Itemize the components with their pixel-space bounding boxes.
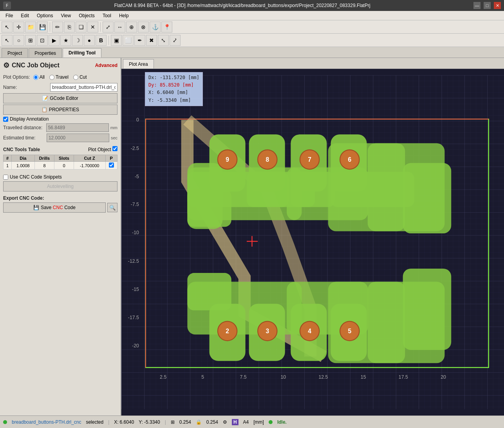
menu-tool[interactable]: Tool <box>99 12 115 19</box>
toolbar-new[interactable]: ✛ <box>13 22 24 33</box>
maximize-button[interactable]: □ <box>484 2 491 9</box>
properties-button[interactable]: 📋 PROPERTIES <box>3 105 117 115</box>
autolevelling-button[interactable]: Autolevelling <box>3 181 117 191</box>
radio-cut-input[interactable] <box>73 75 78 80</box>
cell-cutz[interactable]: -1.700000 <box>74 162 105 170</box>
tools-table-label: CNC Tools Table <box>3 147 40 152</box>
toolbar2-B[interactable]: B <box>96 35 107 46</box>
left-panel: ⚙ CNC Job Object Advanced Plot Options: … <box>0 58 121 415</box>
toolbar-circle-cross[interactable]: ⊗ <box>138 22 149 33</box>
tab-drilling-tool[interactable]: Drilling Tool <box>63 48 101 58</box>
plot-options-row: Plot Options: All Travel Cut <box>3 73 117 81</box>
toolbar-save[interactable]: 💾 <box>37 22 48 33</box>
export-row: 💾 Save CNC Code 🔍 <box>3 202 117 213</box>
toolbar-location[interactable]: 📍 <box>161 22 172 33</box>
toolbar2-dot[interactable]: ● <box>84 35 95 46</box>
plot-area-canvas[interactable]: Dx: -131.5720 [mm] Dy: 85.8520 [mm] X: 6… <box>121 69 504 415</box>
display-annotation-label: Display Annotation <box>10 116 49 122</box>
y-value: -5.3340 [mm] <box>157 98 191 103</box>
svg-rect-46 <box>187 273 231 310</box>
export-label: Export CNC Code: <box>3 195 117 201</box>
plot-area-label: Plot Area <box>129 61 148 67</box>
svg-text:0: 0 <box>136 117 139 123</box>
radio-cut[interactable]: Cut <box>73 74 87 80</box>
gcode-editor-button[interactable]: 📝 GCode Editor <box>3 93 117 103</box>
menu-help[interactable]: Help <box>115 12 133 19</box>
gcode-editor-label: GCode Editor <box>50 96 78 101</box>
toolbar-delete[interactable]: ✕ <box>87 22 98 33</box>
toolbar-expand[interactable]: ⤢ <box>103 22 114 33</box>
name-input[interactable]: breadboard_buttons-PTH.drl_cnc <box>50 83 117 92</box>
cell-p[interactable] <box>105 162 117 170</box>
selected-file[interactable]: breadboard_buttons-PTH.drl_cnc <box>12 419 81 425</box>
tab-properties[interactable]: Properties <box>29 48 62 58</box>
toolbar2-moon[interactable]: ☽ <box>72 35 83 46</box>
plot-svg[interactable]: 0 -2.5 -5 -7.5 -10 -12.5 -15 -17.5 -20 2… <box>121 69 504 415</box>
toolbar-crosshair[interactable]: ⊕ <box>126 22 137 33</box>
save-label: Save CNC Code <box>41 205 76 210</box>
plot-options-label: Plot Options: <box>3 74 30 80</box>
plot-area-tab[interactable]: Plot Area <box>123 59 154 69</box>
spacer1 <box>3 170 117 173</box>
toolbar2-pen[interactable]: ✒ <box>134 35 145 46</box>
menu-objects[interactable]: Objects <box>75 12 99 19</box>
radio-all-input[interactable] <box>33 75 38 80</box>
plot-object-checkbox[interactable] <box>112 146 117 151</box>
estimated-input[interactable]: 12.0000 <box>47 134 109 142</box>
cell-dia[interactable]: 1.0008 <box>11 162 34 170</box>
toolbar-ruler[interactable]: ↔ <box>114 22 125 33</box>
toolbar2-scale[interactable]: ⤦ <box>170 35 181 46</box>
main-content: ⚙ CNC Job Object Advanced Plot Options: … <box>0 58 504 415</box>
properties-icon: 📋 <box>42 107 47 112</box>
row-p-checkbox[interactable] <box>109 163 114 168</box>
toolbar2-photo[interactable]: ⬜ <box>123 35 134 46</box>
advanced-button[interactable]: Advanced <box>95 63 117 68</box>
minimize-button[interactable]: — <box>473 2 481 9</box>
radio-travel-input[interactable] <box>49 75 54 80</box>
display-annotation-checkbox[interactable] <box>3 117 8 122</box>
toolbar2-arrow-right[interactable]: ▶ <box>49 35 60 46</box>
toolbar2-grid[interactable]: ⊞ <box>25 35 36 46</box>
radio-travel[interactable]: Travel <box>49 74 69 80</box>
cnc-snippets-checkbox[interactable] <box>3 175 8 180</box>
travelled-input[interactable]: 56.8489 <box>46 123 109 132</box>
svg-text:12.5: 12.5 <box>318 374 328 380</box>
toolbar-copy2[interactable]: ⎘ <box>64 22 75 33</box>
toolbar2-snap[interactable]: ⊡ <box>37 35 48 46</box>
menu-view[interactable]: View <box>57 12 75 19</box>
radio-all[interactable]: All <box>33 74 45 80</box>
svg-text:9: 9 <box>226 156 229 163</box>
save-cnc-button[interactable]: 💾 Save CNC Code <box>3 202 106 213</box>
svg-rect-45 <box>403 269 452 350</box>
toolbar2-star[interactable]: ★ <box>60 35 71 46</box>
grid-icon: ⊞ <box>171 419 175 425</box>
toolbar2-circle[interactable]: ○ <box>13 35 24 46</box>
toolbar-anchor[interactable]: ⚓ <box>150 22 161 33</box>
statusbar: breadboard_buttons-PTH.drl_cnc selected … <box>0 415 504 428</box>
y-label: Y: <box>148 98 154 103</box>
properties-label: PROPERTIES <box>49 107 79 112</box>
svg-text:6: 6 <box>348 156 351 163</box>
toolbar2-resize[interactable]: ⤡ <box>158 35 169 46</box>
toolbar2-select2[interactable]: ▣ <box>111 35 122 46</box>
toolbar-open[interactable]: 📁 <box>25 22 36 33</box>
col-num: # <box>4 155 12 162</box>
browse-button[interactable]: 🔍 <box>107 203 117 212</box>
page-label: A4 <box>243 419 249 425</box>
close-button[interactable]: ✕ <box>494 2 501 9</box>
toolbar-duplicate[interactable]: ❏ <box>76 22 87 33</box>
menu-edit[interactable]: Edit <box>17 12 33 19</box>
toolbar2-select[interactable]: ↖ <box>2 35 13 46</box>
idle-label: Idle. <box>277 419 287 425</box>
toolbar-arrow[interactable]: ↖ <box>2 22 13 33</box>
grid-value2: 0.254 <box>206 419 218 425</box>
autolevelling-label: Autolevelling <box>47 184 74 189</box>
toolbar2-x[interactable]: ✖ <box>146 35 157 46</box>
sep3 <box>108 36 109 45</box>
menu-options[interactable]: Options <box>33 12 57 19</box>
tab-project[interactable]: Project <box>2 48 28 58</box>
menu-file[interactable]: File <box>2 12 17 19</box>
toolbar-pencil[interactable]: ✏ <box>52 22 63 33</box>
svg-text:3: 3 <box>266 328 269 334</box>
x-value: 6.6040 [mm] <box>157 90 188 95</box>
